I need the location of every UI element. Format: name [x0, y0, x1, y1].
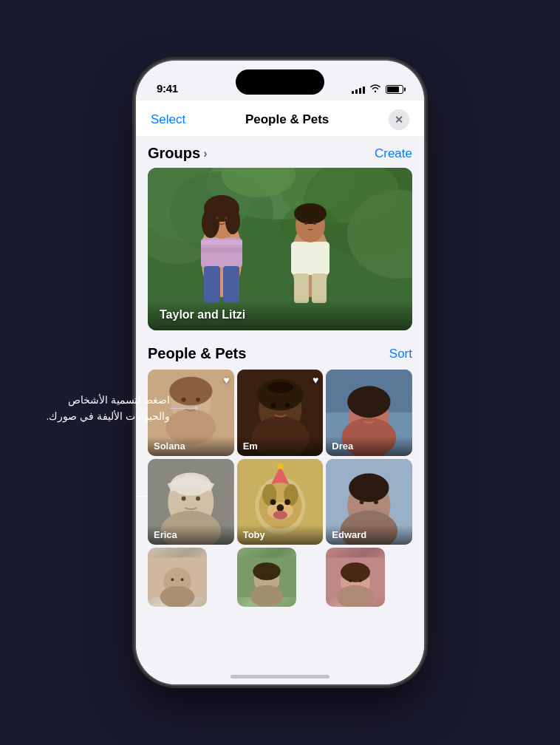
bar2: [355, 89, 358, 94]
person-card-drea[interactable]: Drea: [326, 370, 412, 456]
svg-point-28: [304, 222, 307, 225]
bottom3-photo: [326, 548, 385, 607]
select-button[interactable]: Select: [151, 112, 185, 127]
em-favorite-icon: ♥: [313, 374, 318, 386]
svg-point-72: [349, 473, 389, 502]
svg-point-91: [359, 579, 362, 582]
svg-point-55: [196, 496, 200, 500]
home-indicator: [231, 675, 329, 678]
create-button[interactable]: Create: [375, 146, 412, 161]
bar1: [352, 91, 354, 94]
svg-point-21: [225, 217, 228, 220]
svg-point-42: [267, 382, 293, 394]
person-card-edward[interactable]: Edward: [326, 459, 412, 545]
svg-point-68: [273, 511, 287, 520]
signal-bars-icon: [352, 85, 365, 94]
status-time: 9:41: [157, 82, 178, 95]
svg-point-79: [181, 579, 184, 582]
annotation-connector-dot: [194, 406, 198, 410]
svg-point-89: [341, 562, 370, 582]
close-icon: ✕: [395, 114, 403, 126]
person-card-em[interactable]: ♥ Em: [237, 370, 324, 456]
drea-name: Drea: [326, 436, 412, 456]
svg-point-66: [270, 499, 276, 505]
svg-point-48: [360, 410, 364, 415]
content-area: Select People & Pets ✕ Groups › Create: [136, 101, 424, 684]
svg-rect-23: [291, 242, 329, 275]
groups-title[interactable]: Groups ›: [148, 145, 207, 162]
svg-rect-15: [223, 266, 239, 303]
bottom2-photo: [237, 548, 296, 607]
svg-point-60: [277, 463, 283, 469]
svg-point-41: [284, 403, 290, 408]
edward-name: Edward: [326, 525, 412, 545]
svg-point-47: [347, 386, 390, 418]
svg-point-77: [160, 586, 195, 607]
people-pets-section: People & Pets Sort اضغط لتسمية الأشخاص و…: [148, 333, 412, 607]
wifi-icon: [369, 84, 381, 95]
svg-point-18: [202, 208, 219, 238]
annotation-line: [136, 496, 148, 497]
battery-icon: [386, 85, 403, 94]
external-annotation: اضغط لتسمية الأشخاص والحيوانات الأليفة ف…: [30, 392, 170, 425]
screen: 9:41: [136, 61, 424, 684]
svg-point-33: [169, 377, 212, 406]
svg-point-78: [171, 579, 174, 582]
svg-point-74: [374, 500, 378, 504]
person-card-bottom2[interactable]: [237, 548, 296, 607]
svg-point-85: [270, 577, 273, 580]
annotation-arabic-text: اضغط لتسمية الأشخاص والحيوانات الأليفة ف…: [30, 392, 170, 425]
person-card-toby[interactable]: Toby: [237, 459, 324, 545]
groups-label: Groups: [148, 145, 200, 162]
svg-point-49: [374, 410, 378, 415]
person-card-bottom3[interactable]: [326, 548, 385, 607]
phone-frame: 9:41: [136, 61, 424, 684]
group-featured-overlay: Taylor and Litzi: [148, 299, 412, 330]
person-card-erica[interactable]: Erica: [148, 459, 234, 545]
svg-point-90: [349, 579, 352, 582]
people-grid: ♥ Solana: [148, 370, 412, 607]
svg-point-54: [182, 496, 186, 500]
svg-point-82: [250, 585, 283, 607]
svg-rect-13: [201, 248, 242, 252]
erica-name: Erica: [148, 525, 234, 545]
svg-point-67: [284, 499, 290, 505]
group-featured-name: Taylor and Litzi: [160, 308, 245, 321]
solana-favorite-icon: ♥: [223, 374, 229, 386]
dynamic-island: [236, 69, 324, 95]
page-title: People & Pets: [245, 112, 329, 127]
svg-point-73: [360, 500, 364, 504]
bar4: [363, 86, 365, 94]
featured-group-card[interactable]: Taylor and Litzi: [148, 168, 412, 330]
people-pets-title: People & Pets: [148, 345, 246, 362]
svg-point-34: [182, 398, 186, 402]
svg-point-40: [270, 403, 276, 408]
bottom1-photo: [148, 548, 207, 607]
groups-section-header: Groups › Create: [148, 136, 412, 168]
status-icons: [352, 84, 403, 95]
svg-point-84: [260, 577, 263, 580]
person-card-bottom1[interactable]: [148, 548, 207, 607]
svg-rect-24: [294, 273, 309, 303]
sort-button[interactable]: Sort: [389, 347, 412, 361]
svg-point-20: [216, 217, 219, 220]
svg-rect-25: [312, 273, 327, 303]
solana-name: Solana: [148, 436, 234, 456]
svg-point-19: [225, 208, 240, 234]
svg-point-35: [196, 398, 200, 402]
svg-rect-12: [201, 240, 242, 245]
svg-point-83: [253, 562, 280, 580]
svg-point-27: [294, 203, 327, 224]
close-button[interactable]: ✕: [389, 109, 409, 130]
people-section-header: People & Pets Sort: [148, 333, 412, 370]
em-name: Em: [237, 436, 324, 456]
bar3: [359, 88, 361, 94]
annotation-connector-line: [170, 408, 196, 409]
nav-bar: Select People & Pets ✕: [136, 101, 424, 136]
groups-chevron-icon: ›: [203, 147, 207, 160]
svg-rect-14: [204, 266, 220, 303]
svg-point-65: [276, 504, 284, 511]
svg-point-29: [313, 222, 316, 225]
toby-name: Toby: [237, 525, 324, 545]
